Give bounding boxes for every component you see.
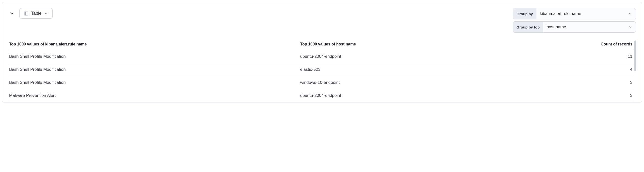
group-by-top-control: Group by top host.name (513, 21, 636, 33)
cell-count: 3 (510, 76, 634, 89)
visualization-panel: Table Group by kibana.alert.rule.name Gr… (2, 2, 642, 102)
cell-rule: Malware Prevention Alert (8, 89, 299, 102)
svg-rect-0 (24, 12, 28, 15)
cell-host: ubuntu-2004-endpoint (299, 89, 510, 102)
scrollbar-track[interactable] (634, 40, 636, 101)
scrollbar-thumb[interactable] (634, 40, 636, 71)
group-by-select[interactable]: kibana.alert.rule.name (536, 8, 636, 19)
chevron-down-icon (628, 12, 632, 16)
table-row[interactable]: Bash Shell Profile Modification ubuntu-2… (8, 50, 634, 63)
cell-count: 3 (510, 89, 634, 102)
group-by-label: Group by (513, 8, 536, 19)
group-by-top-label: Group by top (513, 22, 543, 32)
cell-host: windows-10-endpoint (299, 76, 510, 89)
cell-count: 4 (510, 63, 634, 76)
table-icon (24, 11, 28, 16)
column-header-host[interactable]: Top 1000 values of host.name (299, 39, 510, 50)
visualization-type-label: Table (31, 11, 42, 16)
panel-collapse-toggle[interactable] (8, 10, 16, 17)
cell-rule: Bash Shell Profile Modification (8, 63, 299, 76)
table-row[interactable]: Bash Shell Profile Modification elastic-… (8, 63, 634, 76)
chevron-down-icon (9, 11, 14, 16)
column-header-count[interactable]: Count of records (510, 39, 634, 50)
panel-toolbar: Table Group by kibana.alert.rule.name Gr… (8, 8, 636, 33)
table-row[interactable]: Bash Shell Profile Modification windows-… (8, 76, 634, 89)
chevron-down-icon (44, 11, 48, 16)
chevron-down-icon (628, 25, 632, 29)
group-by-top-value: host.name (546, 24, 566, 29)
toolbar-left: Table (8, 8, 53, 19)
group-by-top-select[interactable]: host.name (543, 22, 636, 32)
cell-count: 11 (510, 50, 634, 63)
table-container: Top 1000 values of kibana.alert.rule.nam… (8, 39, 636, 102)
toolbar-right: Group by kibana.alert.rule.name Group by… (513, 8, 636, 33)
cell-rule: Bash Shell Profile Modification (8, 76, 299, 89)
visualization-type-selector[interactable]: Table (20, 8, 53, 19)
data-table: Top 1000 values of kibana.alert.rule.nam… (8, 39, 634, 102)
table-header-row: Top 1000 values of kibana.alert.rule.nam… (8, 39, 634, 50)
column-header-rule[interactable]: Top 1000 values of kibana.alert.rule.nam… (8, 39, 299, 50)
group-by-value: kibana.alert.rule.name (540, 11, 581, 16)
cell-host: ubuntu-2004-endpoint (299, 50, 510, 63)
cell-host: elastic-523 (299, 63, 510, 76)
group-by-control: Group by kibana.alert.rule.name (513, 8, 636, 19)
table-row[interactable]: Malware Prevention Alert ubuntu-2004-end… (8, 89, 634, 102)
cell-rule: Bash Shell Profile Modification (8, 50, 299, 63)
